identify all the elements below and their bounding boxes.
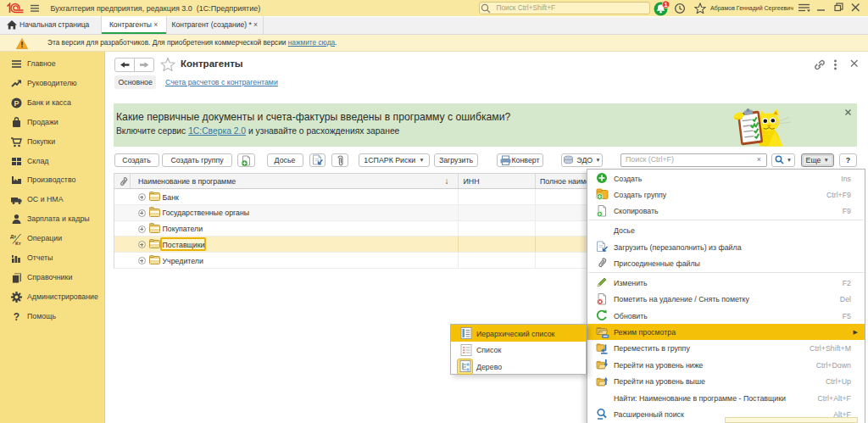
svg-text:Кт: Кт <box>15 241 21 246</box>
svg-text:?: ? <box>14 311 19 323</box>
svg-text:1: 1 <box>664 1 668 8</box>
svg-text:P: P <box>14 99 19 108</box>
svg-text:Дт: Дт <box>10 234 16 239</box>
